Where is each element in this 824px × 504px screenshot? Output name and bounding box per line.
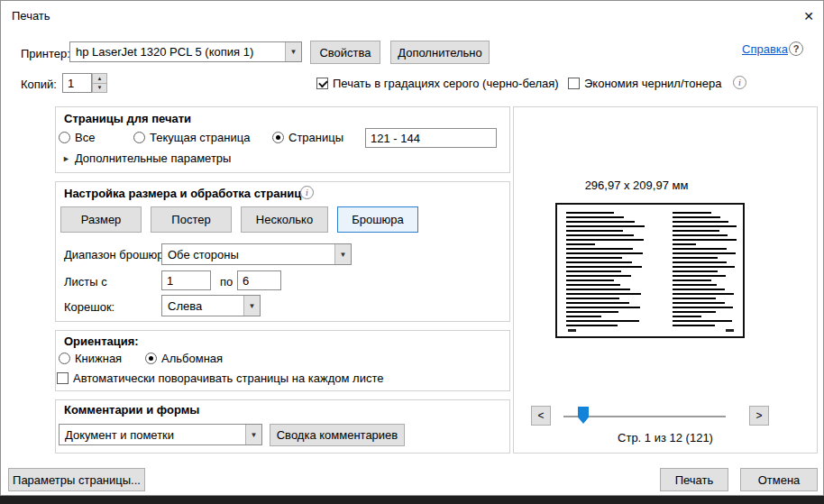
properties-button[interactable]: Свойства <box>310 41 380 64</box>
chevron-down-icon[interactable]: ▼ <box>245 425 261 444</box>
autorotate-checkbox-option[interactable]: Автоматически поворачивать страницы на к… <box>57 371 383 385</box>
size-button[interactable]: Размер <box>60 206 142 233</box>
sizing-info-icon[interactable]: i <box>300 186 314 199</box>
advanced-button[interactable]: Дополнительно <box>390 41 490 64</box>
print-dialog: Печать ✕ Принтер: hp LaserJet 1320 PCL 5… <box>0 0 824 496</box>
radio-all-label: Все <box>75 131 95 144</box>
preview-text-left <box>566 212 645 329</box>
next-page-button[interactable]: > <box>749 406 769 426</box>
grayscale-checkbox-option[interactable]: Печать в градациях серого (черно-белая) <box>316 77 559 90</box>
help-icon[interactable]: ? <box>789 41 803 56</box>
cancel-button[interactable]: Отмена <box>740 468 818 491</box>
comment-summary-button[interactable]: Сводка комментариев <box>270 424 405 446</box>
radio-portrait[interactable] <box>59 353 70 364</box>
autorotate-label: Автоматически поворачивать страницы на к… <box>73 371 383 385</box>
booklet-subset-label: Диапазон брошюры: <box>64 248 176 261</box>
grayscale-checkbox[interactable] <box>316 78 328 89</box>
chevron-down-icon[interactable]: ▼ <box>285 42 301 61</box>
radio-current-option[interactable]: Текущая страница <box>133 131 250 144</box>
info-icon[interactable]: i <box>733 76 746 89</box>
radio-pages[interactable] <box>272 132 284 143</box>
page-setup-button[interactable]: Параметры страницы... <box>8 468 145 491</box>
printer-label: Принтер: <box>21 47 70 60</box>
radio-landscape-label: Альбомная <box>161 352 223 365</box>
copies-input[interactable] <box>62 73 92 93</box>
booklet-subset-value: Обе стороны <box>162 244 334 264</box>
more-options-disclosure[interactable]: ► Дополнительные параметры <box>62 151 231 165</box>
radio-pages-option[interactable]: Страницы <box>272 131 343 144</box>
printer-select-value: hp LaserJet 1320 PCL 5 (копия 1) <box>70 42 285 61</box>
page-info: Стр. 1 из 12 (121) <box>513 431 818 444</box>
sheets-label: Листы с <box>64 275 107 289</box>
grayscale-label: Печать в градациях серого (черно-белая) <box>333 77 559 90</box>
orientation-group-title: Ориентация: <box>64 334 139 348</box>
radio-current-label: Текущая страница <box>150 131 250 144</box>
background-window-edge <box>0 496 824 504</box>
multiple-button[interactable]: Несколько <box>241 206 328 233</box>
print-button[interactable]: Печать <box>660 468 728 491</box>
booklet-button[interactable]: Брошюра <box>337 206 418 233</box>
radio-all[interactable] <box>59 132 70 143</box>
spin-up-icon[interactable]: ▲ <box>92 73 107 84</box>
help-link[interactable]: Справка <box>742 42 788 56</box>
sheets-to-label: по <box>220 275 233 289</box>
copies-label: Копий: <box>21 78 57 91</box>
printer-select[interactable]: hp LaserJet 1320 PCL 5 (копия 1) ▼ <box>69 41 302 62</box>
copies-stepper[interactable]: ▲ ▼ <box>92 73 107 93</box>
economy-label: Экономия чернил/тонера <box>584 77 721 90</box>
poster-button[interactable]: Постер <box>151 206 232 233</box>
sizing-group-title: Настройка размера и обработка страниц <box>64 187 301 200</box>
radio-current[interactable] <box>133 132 145 143</box>
pages-group-title: Страницы для печати <box>64 112 191 125</box>
spin-down-icon[interactable]: ▼ <box>92 84 107 94</box>
comments-group-title: Комментарии и формы <box>64 403 199 417</box>
chevron-down-icon[interactable]: ▼ <box>334 244 351 264</box>
binding-select-value: Слева <box>162 296 243 316</box>
economy-checkbox-option[interactable]: Экономия чернил/тонера <box>568 77 721 90</box>
disclosure-triangle-icon: ► <box>62 154 70 163</box>
comments-select[interactable]: Документ и пометки ▼ <box>59 424 262 445</box>
booklet-subset-select[interactable]: Обе стороны ▼ <box>161 243 352 265</box>
chevron-down-icon[interactable]: ▼ <box>243 296 260 316</box>
economy-checkbox[interactable] <box>568 78 580 89</box>
more-options-label: Дополнительные параметры <box>75 151 232 165</box>
autorotate-checkbox[interactable] <box>57 372 69 384</box>
prev-page-button[interactable]: < <box>531 406 551 426</box>
radio-portrait-label: Книжная <box>75 352 122 365</box>
dialog-title: Печать <box>12 9 50 23</box>
radio-portrait-option[interactable]: Книжная <box>59 352 122 365</box>
preview-folio-left <box>568 329 576 332</box>
preview-dimensions: 296,97 x 209,97 мм <box>542 179 731 192</box>
page-range-input[interactable] <box>365 128 497 148</box>
sheets-from-input[interactable] <box>161 270 211 290</box>
close-icon[interactable]: ✕ <box>798 6 819 26</box>
radio-pages-label: Страницы <box>288 131 343 144</box>
preview-text-right <box>673 212 737 329</box>
sheets-to-input[interactable] <box>237 270 281 290</box>
binding-label: Корешок: <box>64 300 114 314</box>
preview-page <box>555 203 745 338</box>
radio-landscape[interactable] <box>145 353 157 364</box>
binding-select[interactable]: Слева ▼ <box>161 295 261 316</box>
comments-select-value: Документ и пометки <box>60 425 245 444</box>
radio-all-option[interactable]: Все <box>59 131 95 144</box>
radio-landscape-option[interactable]: Альбомная <box>145 352 223 365</box>
preview-folio-right <box>726 329 734 332</box>
